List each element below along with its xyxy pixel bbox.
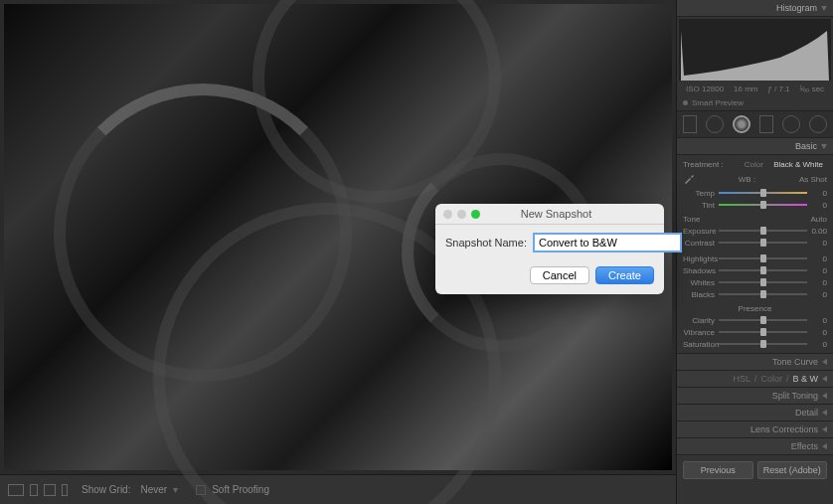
wb-dropdown[interactable]: As Shot: [799, 175, 827, 184]
wb-label: WB :: [739, 175, 755, 184]
smart-preview-row: Smart Preview: [677, 95, 833, 110]
app-window: Show Grid: Never ▾ Soft Proofing Histogr…: [0, 0, 833, 504]
histogram-panel-header[interactable]: Histogram: [677, 0, 833, 17]
tone-section-label: Tone: [683, 215, 700, 224]
bw-treatment-button[interactable]: Black & White: [769, 159, 827, 170]
color-treatment-button[interactable]: Color: [741, 159, 767, 170]
temp-slider[interactable]: Temp0: [683, 187, 827, 199]
collapse-icon: [821, 144, 827, 149]
whites-slider[interactable]: Whites0: [683, 276, 827, 288]
new-snapshot-dialog: New Snapshot Snapshot Name: Cancel Creat…: [435, 204, 664, 294]
expand-icon: [822, 393, 827, 399]
expand-icon: [822, 410, 827, 416]
vibrance-slider[interactable]: Vibrance0: [683, 326, 827, 338]
dialog-titlebar[interactable]: New Snapshot: [435, 204, 664, 225]
sidebar-bottom-buttons: Previous Reset (Adobe): [677, 454, 833, 485]
basic-label: Basic: [795, 141, 817, 151]
clarity-slider[interactable]: Clarity0: [683, 314, 827, 326]
before-after-icon[interactable]: [30, 484, 38, 496]
cancel-button[interactable]: Cancel: [530, 266, 589, 284]
show-grid-select[interactable]: Never: [140, 484, 167, 495]
right-sidebar: Histogram ISO 12800 16 mm ƒ / 7.1 ¹⁄₆₀ s…: [676, 0, 833, 504]
focal-value: 16 mm: [734, 84, 757, 93]
histogram-display[interactable]: [679, 19, 831, 81]
auto-tone-button[interactable]: Auto: [811, 215, 827, 224]
collapse-icon: [821, 6, 827, 11]
tool-strip: [677, 110, 833, 138]
smart-preview-icon: [683, 100, 688, 105]
loupe-view-icon[interactable]: [8, 484, 24, 496]
expand-icon: [822, 359, 827, 365]
effects-panel[interactable]: Effects: [677, 437, 833, 454]
compare-icon[interactable]: [62, 484, 68, 496]
iso-value: ISO 12800: [686, 84, 724, 93]
expand-icon: [822, 376, 827, 382]
dropdown-icon[interactable]: ▾: [173, 484, 178, 495]
tone-curve-panel[interactable]: Tone Curve: [677, 353, 833, 370]
highlights-slider[interactable]: Highlights0: [683, 252, 827, 264]
eyedropper-icon[interactable]: [683, 173, 695, 185]
crop-tool-icon[interactable]: [683, 115, 697, 133]
grid-view-icon[interactable]: [44, 484, 56, 496]
blacks-slider[interactable]: Blacks0: [683, 288, 827, 300]
smart-preview-label: Smart Preview: [692, 98, 744, 107]
shutter-value: ¹⁄₆₀ sec: [799, 84, 824, 93]
brush-tool-icon[interactable]: [809, 115, 827, 133]
metadata-row: ISO 12800 16 mm ƒ / 7.1 ¹⁄₆₀ sec: [677, 83, 833, 95]
detail-panel[interactable]: Detail: [677, 404, 833, 420]
contrast-slider[interactable]: Contrast0: [683, 237, 827, 249]
expand-icon: [822, 426, 827, 432]
redeye-tool-icon[interactable]: [733, 115, 750, 133]
wb-row: WB : As Shot: [683, 171, 827, 187]
shadows-slider[interactable]: Shadows0: [683, 264, 827, 276]
dialog-title: New Snapshot: [456, 208, 656, 220]
radial-filter-icon[interactable]: [782, 115, 800, 133]
treatment-row: Treatment : Color Black & White: [683, 158, 827, 171]
gradient-filter-icon[interactable]: [759, 115, 773, 133]
previous-button[interactable]: Previous: [683, 461, 753, 479]
basic-panel: Treatment : Color Black & White WB : As …: [677, 155, 833, 353]
snapshot-name-input[interactable]: [533, 233, 682, 252]
presence-section-label: Presence: [739, 304, 772, 313]
close-icon[interactable]: [443, 210, 452, 219]
show-grid-label: Show Grid:: [82, 484, 130, 495]
exposure-slider[interactable]: Exposure0.00: [683, 225, 827, 237]
treatment-label: Treatment :: [683, 160, 724, 169]
histogram-label: Histogram: [776, 3, 817, 13]
reset-button[interactable]: Reset (Adobe): [757, 461, 828, 479]
saturation-slider[interactable]: Saturation0: [683, 338, 827, 350]
aperture-value: ƒ / 7.1: [767, 84, 789, 93]
hsl-panel[interactable]: HSL/ Color/ B & W: [677, 370, 833, 387]
tint-slider[interactable]: Tint0: [683, 199, 827, 211]
split-toning-panel[interactable]: Split Toning: [677, 387, 833, 404]
create-button[interactable]: Create: [595, 266, 654, 284]
snapshot-name-label: Snapshot Name:: [445, 237, 527, 249]
basic-panel-header[interactable]: Basic: [677, 138, 833, 155]
spot-removal-icon[interactable]: [706, 115, 724, 133]
lens-corrections-panel[interactable]: Lens Corrections: [677, 420, 833, 437]
expand-icon: [822, 443, 827, 449]
